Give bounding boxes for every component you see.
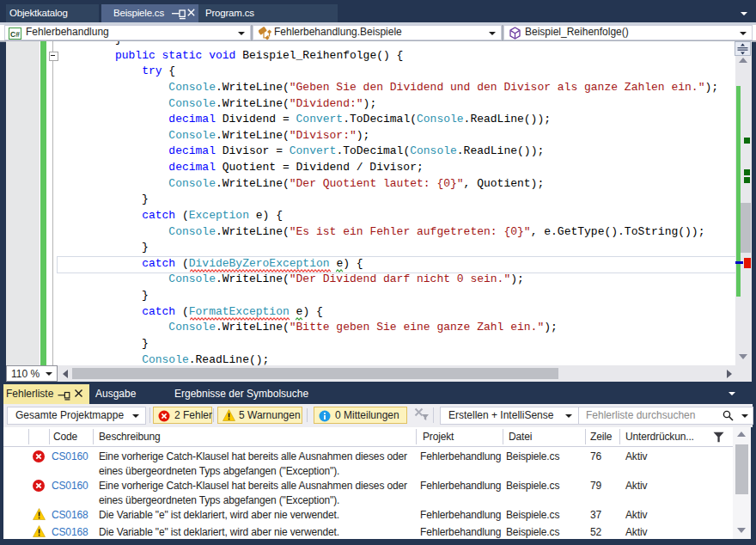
svg-text:C#: C#	[10, 30, 20, 39]
